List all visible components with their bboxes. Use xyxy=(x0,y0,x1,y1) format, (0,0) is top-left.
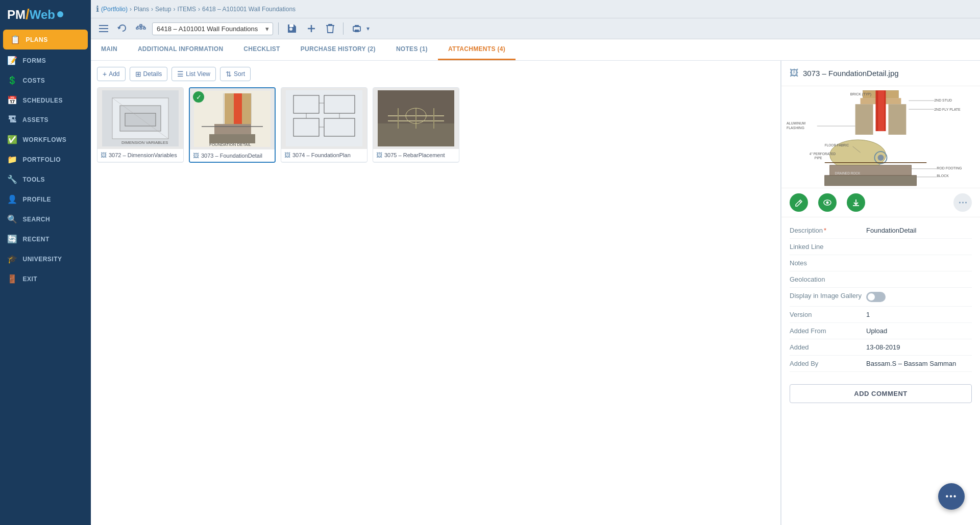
svg-line-83 xyxy=(799,201,801,203)
fab-button[interactable]: ••• xyxy=(938,483,965,510)
sidebar-item-schedules[interactable]: 📅 SCHEDULES xyxy=(0,90,91,110)
svg-text:DIMENSION VARIABLES: DIMENSION VARIABLES xyxy=(121,140,168,145)
view-icon-button[interactable] xyxy=(818,193,837,212)
tab-purchase[interactable]: PURCHASE HISTORY (2) xyxy=(290,39,386,60)
sidebar-item-exit[interactable]: 🚪 EXIT xyxy=(0,269,91,289)
list-view-button[interactable]: ☰ List View xyxy=(172,67,216,81)
add-icon: + xyxy=(103,70,107,78)
thumbnail-label-3073: 🖼 3073 – FoundationDetail xyxy=(190,149,275,162)
breadcrumb-items: ITEMS xyxy=(177,6,196,13)
logo: PM/Web xyxy=(0,0,91,29)
sort-button[interactable]: ⇅ Sort xyxy=(220,67,251,81)
svg-text:4" PERFORATED: 4" PERFORATED xyxy=(810,152,836,155)
sidebar-item-costs[interactable]: 💲 COSTS xyxy=(0,70,91,90)
assets-icon: 🏗 xyxy=(7,115,17,124)
sidebar-item-recent[interactable]: 🔄 RECENT xyxy=(0,229,91,249)
hamburger-button[interactable] xyxy=(96,23,111,34)
sidebar-item-label: UNIVERSITY xyxy=(23,256,62,263)
add-label: Add xyxy=(109,70,119,78)
print-dropdown-arrow[interactable]: ▾ xyxy=(365,23,371,34)
tab-attachments[interactable]: ATTACHMENTS (4) xyxy=(438,39,516,60)
add-comment-button[interactable]: ADD COMMENT xyxy=(790,384,972,403)
field-label-notes: Notes xyxy=(790,259,866,267)
profile-icon: 👤 xyxy=(7,194,18,204)
detail-header: 🖼 3073 – FoundationDetail.jpg xyxy=(781,61,980,86)
sidebar-item-portfolio[interactable]: 📁 PORTFOLIO xyxy=(0,149,91,169)
list-view-label: List View xyxy=(186,70,210,78)
breadcrumb-sep: › xyxy=(151,6,153,13)
sidebar-item-search[interactable]: 🔍 SEARCH xyxy=(0,209,91,229)
tab-checklist[interactable]: CHECKLIST xyxy=(233,39,290,60)
svg-rect-25 xyxy=(225,93,234,124)
info-icon[interactable]: ℹ xyxy=(96,4,99,14)
sidebar-item-plans[interactable]: 📋 PLANS xyxy=(3,30,88,49)
gallery-area: + Add ⊞ Details ☰ List View ⇅ Sort xyxy=(91,61,781,525)
thumbnail-icon-3072: 🖼 xyxy=(101,152,107,159)
thumbnail-item-3072[interactable]: DIMENSION VARIABLES 🖼 3072 – DimensionVa… xyxy=(97,87,184,163)
toggle-wrap xyxy=(866,292,886,302)
svg-point-70 xyxy=(878,154,884,160)
topbar: ℹ (Portfolio) › Plans › Setup › ITEMS › … xyxy=(91,0,980,18)
sidebar-item-tools[interactable]: 🔧 TOOLS xyxy=(0,169,91,189)
save-button[interactable] xyxy=(284,21,300,36)
field-label-added-by: Added By xyxy=(790,360,866,367)
svg-rect-6 xyxy=(143,28,145,29)
svg-rect-16 xyxy=(355,25,359,27)
sidebar-item-assets[interactable]: 🏗 ASSETS xyxy=(0,110,91,130)
field-value-added-by: Bassam.S – Bassam Samman xyxy=(866,360,972,367)
thumbnail-icon-3075: 🖼 xyxy=(376,152,382,159)
delete-button[interactable] xyxy=(323,21,338,36)
sidebar-item-label: RECENT xyxy=(23,236,50,243)
add-button[interactable] xyxy=(303,21,320,36)
main-area: ℹ (Portfolio) › Plans › Setup › ITEMS › … xyxy=(91,0,980,525)
tab-notes[interactable]: NOTES (1) xyxy=(386,39,438,60)
fab-icon: ••• xyxy=(946,492,958,501)
tools-icon: 🔧 xyxy=(7,174,18,184)
svg-text:BLOCK: BLOCK xyxy=(937,173,949,177)
search-icon: 🔍 xyxy=(7,214,18,224)
field-added-by: Added By Bassam.S – Bassam Samman xyxy=(790,356,972,372)
detail-preview: 2ND STUD 2ND FLY PLATE BRICK (TYP) ALUMI… xyxy=(781,86,980,188)
download-icon-button[interactable] xyxy=(847,193,865,212)
breadcrumb-setup: Setup xyxy=(155,6,171,13)
exit-icon: 🚪 xyxy=(7,274,18,284)
sidebar: PM/Web 📋 PLANS 📝 FORMS 💲 COSTS 📅 SCHEDUL… xyxy=(0,0,91,525)
svg-rect-28 xyxy=(242,93,251,124)
more-icon-button[interactable] xyxy=(953,193,972,212)
field-label-linked-line: Linked Line xyxy=(790,243,866,251)
thumbnail-item-3075[interactable]: 🖼 3075 – RebarPlacement xyxy=(373,87,459,163)
svg-rect-59 xyxy=(888,104,906,135)
hierarchy-button[interactable] xyxy=(133,22,149,35)
sidebar-item-workflows[interactable]: ✅ WORKFLOWS xyxy=(0,130,91,149)
svg-rect-4 xyxy=(136,28,138,29)
detail-fields: Description FoundationDetail Linked Line… xyxy=(781,217,980,377)
sidebar-item-label: FORMS xyxy=(23,57,46,64)
breadcrumb-sep: › xyxy=(198,6,200,13)
sidebar-item-forms[interactable]: 📝 FORMS xyxy=(0,51,91,70)
tab-additional[interactable]: ADDITIONAL INFORMATION xyxy=(128,39,233,60)
svg-text:PIPE: PIPE xyxy=(815,156,822,159)
university-icon: 🎓 xyxy=(7,254,18,264)
svg-text:2ND STUD: 2ND STUD xyxy=(934,98,952,102)
add-attachment-button[interactable]: + Add xyxy=(97,67,126,81)
field-display-gallery: Display in Image Gallery xyxy=(790,288,972,307)
breadcrumb-portfolio[interactable]: (Portfolio) xyxy=(101,6,128,13)
undo-button[interactable] xyxy=(114,22,130,35)
toolbar-separator xyxy=(278,22,279,35)
edit-icon-button[interactable] xyxy=(790,193,808,212)
svg-rect-12 xyxy=(289,24,293,27)
thumbnail-item-3073[interactable]: ✓ xyxy=(189,87,276,163)
svg-rect-76 xyxy=(825,175,917,185)
thumbnail-icon-3073: 🖼 xyxy=(193,152,199,159)
svg-rect-1 xyxy=(99,28,108,29)
svg-text:ALUMINUM: ALUMINUM xyxy=(787,121,805,125)
sidebar-item-profile[interactable]: 👤 PROFILE xyxy=(0,189,91,209)
sidebar-item-university[interactable]: 🎓 UNIVERSITY xyxy=(0,249,91,269)
thumbnail-item-3074[interactable]: 🖼 3074 – FoundationPlan xyxy=(281,87,368,163)
print-button[interactable] xyxy=(349,22,365,35)
details-button[interactable]: ⊞ Details xyxy=(130,67,168,81)
record-select[interactable]: 6418 – A101001 Wall Foundations xyxy=(152,22,273,35)
svg-text:FLOOR FABRIC: FLOOR FABRIC xyxy=(825,143,849,146)
display-gallery-toggle[interactable] xyxy=(866,292,886,302)
tab-main[interactable]: MAIN xyxy=(91,39,128,60)
